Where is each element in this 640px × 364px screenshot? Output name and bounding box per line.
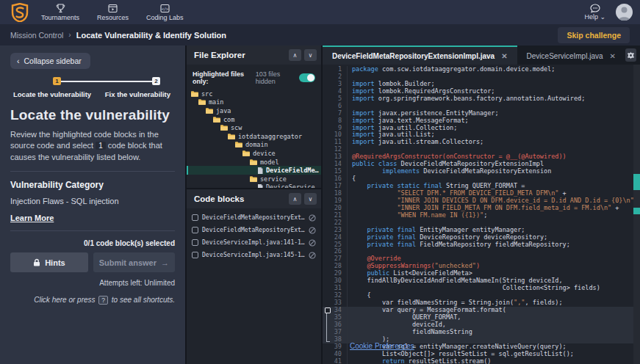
code-text: public List<DeviceFieldMeta> [347,270,640,277]
cookie-preferences-link[interactable]: Cookie Preferences [350,342,414,350]
folder-icon [235,142,242,148]
code-block-item[interactable]: DeviceFieldMetaRepositoryExtensionImp… [187,211,321,224]
code-block-checkbox[interactable] [192,214,198,221]
editor-tab-deviceserviceimpljava[interactable]: DeviceServiceImpl.java✕ [517,46,625,65]
skip-challenge-button[interactable]: Skip challenge [558,27,630,43]
user-avatar[interactable] [616,4,633,21]
code-block-item[interactable]: DeviceServiceImpl.java:141-143 [187,236,321,249]
divider [10,230,175,231]
expand-all-button[interactable]: ∨ [304,49,317,61]
code-text: "INNER JOIN DEVICES D ON DFM.device_id =… [347,197,640,205]
challenge-sidebar: ‹ Collapse sidebar 1 2 Locate the vulner… [0,46,185,364]
code-block-checkbox[interactable] [192,239,198,246]
highlighted-files-label: Highlighted files only: [193,70,252,85]
close-icon[interactable]: ✕ [501,52,507,60]
editor-tab-devicefieldmetarepositoryextensionimpljava[interactable]: DeviceFieldMetaRepositoryExtensionImpl.j… [323,46,517,65]
tree-folder-domain[interactable]: domain [187,141,321,150]
code-block-checkbox[interactable] [192,252,198,258]
tree-folder-scw[interactable]: scw [187,123,321,132]
ban-icon [309,239,316,247]
editor-scrollbar[interactable] [633,65,640,364]
tree-item-label: service [260,175,287,183]
svg-text:</>: </> [162,6,168,10]
nav-item-resources[interactable]: Resources [88,1,137,23]
highlighted-block-checkbox[interactable] [325,307,331,313]
code-line-19: 19 "INNER JOIN DEVICES D ON DFM.device_i… [323,197,640,205]
help-chat-icon [590,4,600,13]
instructions-text: Review the highlighted code blocks in th… [10,129,175,163]
code-text: { [347,292,640,299]
tree-file-devicefieldme[interactable]: DeviceFieldMe…⚠2 [187,166,321,175]
tree-folder-service[interactable]: service [187,175,321,183]
tree-item-label: device [253,150,276,157]
tree-item-label: domain [245,141,268,148]
code-text: "WHEN FM.name IN ({1})"; [347,212,640,219]
code-line-37[interactable]: 37 fieldNamesString [323,329,640,336]
code-line-13: 13@RequiredArgsConstructor(onConstructor… [323,153,640,161]
gear-icon [627,51,635,59]
step-2-marker: 2 [152,77,160,85]
tree-item-label: java [216,107,231,114]
help-menu[interactable]: Help ⌄ [584,4,605,21]
folder-icon [206,108,213,114]
tree-file-deviceservice[interactable]: DeviceService…⚠2 [187,183,321,188]
breadcrumb-mission-control[interactable]: Mission Control [10,31,63,40]
tree-item-label: iotdataaggregator [238,133,302,140]
tree-folder-iotdataaggregator[interactable]: iotdataaggregator [187,132,321,141]
ban-icon [309,227,316,234]
code-text: { [347,175,640,183]
code-line-35[interactable]: 35 QUERY_FORMAT, [323,314,640,321]
code-editor: DeviceFieldMetaRepositoryExtensionImpl.j… [323,46,640,364]
code-text: fieldNamesString [347,329,640,336]
code-line-34[interactable]: 34 var query = MessageFormat.format( [323,307,640,314]
code-line-41: 41 return resultSetList.stream() [323,358,640,364]
code-block-item[interactable]: DeviceFieldMetaRepositoryExtensionImp… [187,224,321,236]
step-2-label: Fix the vulnerability [105,90,170,98]
brand-logo[interactable] [7,3,32,22]
breadcrumb-separator-icon: › [68,31,71,39]
collapse-sidebar-button[interactable]: ‹ Collapse sidebar [10,53,90,69]
help-label: Help [584,13,598,21]
code-line-7: 7import javax.persistence.EntityManager; [323,110,640,117]
tree-folder-java[interactable]: java [187,106,321,115]
close-icon[interactable]: ✕ [610,52,616,60]
highlighted-files-toggle[interactable] [299,73,315,82]
code-line-17: 17 private static final String QUERY_FOR… [323,183,640,190]
code-line-16: 16{ [323,175,640,183]
code-block-label: DeviceFieldMetaRepositoryExtensionImp… [202,214,305,221]
code-text: import lombok.Builder; [347,81,640,88]
code-block-item[interactable]: DeviceServiceImpl.java:145-147 [187,249,321,261]
tree-folder-model[interactable]: model [187,158,321,167]
code-text: private final FieldMetaRepository fieldM… [347,241,640,249]
code-text: private final EntityManager entityManage… [347,227,640,234]
code-block-label: DeviceServiceImpl.java:145-147 [202,252,305,258]
code-blocks-panel: Code blocks ∧ ∨ DeviceFieldMetaRepositor… [187,189,321,364]
editor-settings-button[interactable] [625,48,636,62]
nav-item-tournaments[interactable]: Tournaments [32,1,88,23]
tree-folder-src[interactable]: src [187,90,321,98]
tab-label: DeviceServiceImpl.java [527,52,603,60]
code-text: Collection<String> fields) [347,285,640,292]
tree-folder-device[interactable]: device [187,149,321,158]
tree-folder-main[interactable]: main [187,98,321,107]
nav-item-coding-labs[interactable]: </>Coding Labs [137,1,193,23]
shortcuts-hint[interactable]: Click here or press ? to see all shortcu… [10,296,175,305]
chevron-left-icon: ‹ [17,57,20,65]
editor-tab-bar: DeviceFieldMetaRepositoryExtensionImpl.j… [323,46,640,65]
hints-button[interactable]: Hints [10,252,88,272]
collapse-all-button[interactable]: ∧ [289,193,301,205]
tree-folder-com[interactable]: com [187,115,321,124]
collapse-all-button[interactable]: ∧ [289,49,301,61]
submit-label: Submit answer [99,258,157,267]
code-line-8: 8import java.text.MessageFormat; [323,117,640,125]
code-line-15: 15 implements DeviceFieldMetaRepositoryE… [323,168,640,175]
submit-answer-button[interactable]: Submit answer → [93,252,175,272]
code-line-28: 28 @SuppressWarnings("unchecked") [323,263,640,270]
code-line-30: 30 findAllByDeviceIdAndFieldMetaNameIn(S… [323,277,640,285]
expand-all-button[interactable]: ∨ [304,193,317,205]
code-blocks-list: DeviceFieldMetaRepositoryExtensionImp…De… [187,208,321,261]
code-text [347,73,640,81]
code-line-36[interactable]: 36 deviceId, [323,321,640,329]
learn-more-link[interactable]: Learn More [10,214,54,222]
code-block-checkbox[interactable] [192,227,198,233]
